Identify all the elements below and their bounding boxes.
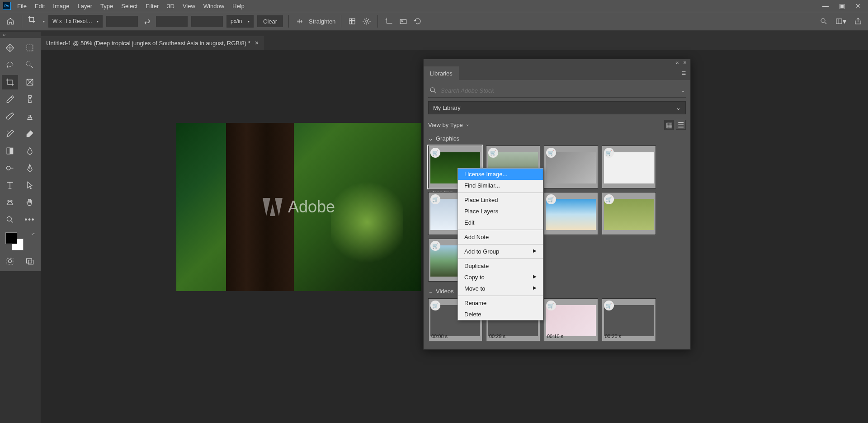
cart-icon[interactable]: 🛒 <box>546 194 556 204</box>
stock-search-input[interactable] <box>441 87 678 94</box>
minimize-icon[interactable]: — <box>822 2 829 9</box>
gradient-tool[interactable] <box>2 144 18 158</box>
color-swatches[interactable]: ⤺ <box>5 231 36 249</box>
crop-tool-icon[interactable] <box>28 15 39 27</box>
context-menu-item[interactable]: Add to Group▶ <box>458 246 543 257</box>
content-aware-icon[interactable] <box>398 16 409 27</box>
edit-toolbar[interactable]: ••• <box>22 212 38 227</box>
cart-icon[interactable]: 🛒 <box>604 301 614 310</box>
eraser-tool[interactable] <box>22 127 38 141</box>
hand-tool[interactable] <box>22 195 38 210</box>
lasso-tool[interactable] <box>2 58 18 72</box>
crop-resolution-input[interactable] <box>191 16 223 27</box>
panel-menu-icon[interactable]: ≡ <box>677 66 690 80</box>
graphic-thumb[interactable]: 🛒 <box>602 146 656 188</box>
menu-3d[interactable]: 3D <box>167 3 175 9</box>
cart-icon[interactable]: 🛒 <box>430 194 440 204</box>
home-icon[interactable] <box>5 15 16 27</box>
document-tab[interactable]: Untitled-1 @ 50% (Deep tropical jungles … <box>41 36 264 50</box>
menu-view[interactable]: View <box>183 3 195 9</box>
path-select-tool[interactable] <box>22 178 38 193</box>
pen-tool[interactable] <box>22 161 38 175</box>
workspace-icon[interactable]: ▾ <box>835 16 846 27</box>
cart-icon[interactable]: 🛒 <box>604 194 614 204</box>
shape-tool[interactable] <box>2 195 18 210</box>
context-menu-item[interactable]: Duplicate <box>458 260 543 272</box>
reset-icon[interactable] <box>412 16 423 27</box>
frame-tool[interactable] <box>22 75 38 89</box>
swap-colors-icon[interactable]: ⤺ <box>32 231 35 236</box>
foreground-color[interactable] <box>5 232 17 244</box>
search-dropdown-icon[interactable]: ⌄ <box>681 88 685 93</box>
context-menu-item[interactable]: Edit <box>458 217 543 228</box>
graphic-thumb[interactable]: 🛒 <box>544 146 598 188</box>
menu-help[interactable]: Help <box>232 3 245 9</box>
straighten-icon[interactable] <box>294 16 305 27</box>
menu-type[interactable]: Type <box>100 3 113 9</box>
marquee-tool[interactable] <box>22 41 38 55</box>
cart-icon[interactable]: 🛒 <box>430 301 440 310</box>
swap-dimensions-icon[interactable]: ⇄ <box>142 16 152 27</box>
library-selector[interactable]: My Library ⌄ <box>428 101 686 114</box>
menu-layer[interactable]: Layer <box>78 3 93 9</box>
move-tool[interactable] <box>2 41 18 55</box>
cart-icon[interactable]: 🛒 <box>546 148 556 158</box>
cart-icon[interactable]: 🛒 <box>430 241 440 251</box>
context-menu-item[interactable]: Place Layers <box>458 206 543 217</box>
close-tab-icon[interactable]: × <box>255 39 259 47</box>
graphic-thumb[interactable]: 🛒 <box>602 192 656 235</box>
context-menu-item[interactable]: Move to▶ <box>458 283 543 294</box>
history-brush-tool[interactable] <box>2 127 18 141</box>
options-gear-icon[interactable] <box>361 16 372 27</box>
menu-edit[interactable]: Edit <box>35 3 45 9</box>
cart-icon[interactable]: 🛒 <box>604 148 614 158</box>
context-menu-item[interactable]: Rename <box>458 297 543 309</box>
context-menu-item[interactable]: Place Linked <box>458 194 543 206</box>
zoom-tool[interactable] <box>2 212 18 227</box>
crop-width-input[interactable] <box>106 16 138 27</box>
delete-cropped-icon[interactable] <box>383 16 394 27</box>
brush-tool[interactable] <box>2 109 18 124</box>
view-mode-dropdown[interactable]: View by Type ⌄ <box>428 122 469 128</box>
context-menu-item[interactable]: Delete <box>458 309 543 320</box>
overlay-grid-icon[interactable] <box>347 16 358 27</box>
healing-brush-tool[interactable] <box>22 92 38 107</box>
clone-stamp-tool[interactable] <box>22 109 38 124</box>
chevron-down-icon[interactable]: ▾ <box>43 19 45 24</box>
graphic-thumb[interactable]: 🛒 <box>544 192 598 235</box>
crop-height-input[interactable] <box>156 16 188 27</box>
graphics-section-header[interactable]: ⌄ Graphics <box>428 133 686 144</box>
context-menu-item[interactable]: License Image... <box>458 169 543 180</box>
unit-dropdown[interactable]: px/in ▾ <box>226 15 254 28</box>
search-icon[interactable] <box>818 16 829 27</box>
context-menu-item[interactable]: Copy to▶ <box>458 272 543 283</box>
screen-mode-tool[interactable] <box>22 254 38 268</box>
share-icon[interactable] <box>853 16 863 27</box>
cart-icon[interactable]: 🛒 <box>430 148 440 158</box>
context-menu-item[interactable]: Add Note <box>458 231 543 243</box>
menu-image[interactable]: Image <box>53 3 69 9</box>
libraries-tab[interactable]: Libraries <box>424 66 459 80</box>
cart-icon[interactable]: 🛒 <box>488 148 498 158</box>
crop-preset-dropdown[interactable]: W x H x Resol… ▾ <box>48 15 103 28</box>
dock-collapse-strip[interactable]: ‹‹ <box>0 32 41 38</box>
dodge-tool[interactable] <box>2 161 18 175</box>
cart-icon[interactable]: 🛒 <box>546 301 556 310</box>
close-panel-icon[interactable]: ✕ <box>683 60 687 66</box>
grid-view-icon[interactable]: ▦ <box>664 120 674 130</box>
eyedropper-tool[interactable] <box>2 92 18 107</box>
menu-window[interactable]: Window <box>203 3 224 9</box>
type-tool[interactable] <box>2 178 18 193</box>
crop-tool[interactable] <box>2 75 18 89</box>
canvas-image[interactable]: Adobe <box>176 123 421 291</box>
close-icon[interactable]: ✕ <box>854 2 862 9</box>
clear-button[interactable]: Clear <box>257 15 283 27</box>
quick-select-tool[interactable] <box>22 58 38 72</box>
menu-file[interactable]: File <box>17 3 27 9</box>
blur-tool[interactable] <box>22 144 38 158</box>
maximize-icon[interactable]: ▣ <box>838 2 845 9</box>
video-thumb[interactable]: 🛒00:10 s <box>544 298 598 341</box>
context-menu-item[interactable]: Find Similar... <box>458 180 543 191</box>
collapse-panel-icon[interactable]: ‹‹ <box>675 60 679 66</box>
quick-mask-tool[interactable] <box>2 254 18 268</box>
